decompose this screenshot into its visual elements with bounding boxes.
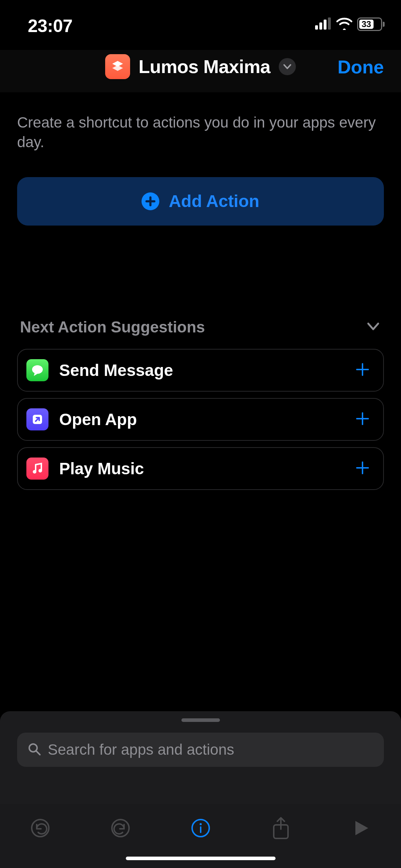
nav-bar: Lumos Maxima Done bbox=[0, 50, 401, 93]
svg-rect-3 bbox=[328, 17, 331, 30]
suggestion-play-music[interactable]: Play Music bbox=[17, 447, 384, 490]
battery-icon: 33 bbox=[357, 17, 385, 31]
status-time: 23:07 bbox=[28, 16, 72, 36]
suggestion-open-app[interactable]: Open App bbox=[17, 398, 384, 441]
status-bar: 23:07 33 bbox=[0, 0, 401, 50]
wifi-icon bbox=[336, 17, 353, 31]
shortcut-app-icon bbox=[105, 54, 130, 79]
search-input[interactable] bbox=[48, 741, 374, 758]
chevron-down-icon[interactable] bbox=[365, 319, 381, 336]
home-indicator[interactable] bbox=[126, 857, 276, 860]
share-button[interactable] bbox=[254, 814, 308, 842]
suggestion-label: Send Message bbox=[59, 361, 344, 380]
messages-app-icon bbox=[26, 359, 48, 381]
status-right: 33 bbox=[315, 17, 385, 31]
suggestions-section: Next Action Suggestions Send Message Ope… bbox=[17, 318, 384, 490]
undo-button[interactable] bbox=[14, 814, 67, 842]
run-button[interactable] bbox=[334, 814, 388, 842]
search-icon bbox=[27, 742, 41, 758]
title-chevron-down-icon[interactable] bbox=[279, 58, 296, 75]
svg-rect-1 bbox=[319, 22, 322, 30]
svg-point-7 bbox=[38, 469, 42, 472]
add-action-label: Add Action bbox=[169, 191, 259, 211]
svg-rect-0 bbox=[315, 25, 318, 30]
suggestions-header[interactable]: Next Action Suggestions bbox=[17, 318, 384, 342]
add-action-button[interactable]: Add Action bbox=[17, 177, 384, 226]
suggestion-label: Open App bbox=[59, 410, 344, 429]
suggestions-title: Next Action Suggestions bbox=[20, 318, 205, 336]
music-app-icon bbox=[26, 458, 48, 480]
open-app-icon bbox=[26, 408, 48, 430]
page-title: Lumos Maxima bbox=[139, 56, 271, 77]
suggestion-send-message[interactable]: Send Message bbox=[17, 349, 384, 392]
intro-text: Create a shortcut to actions you do in y… bbox=[17, 113, 384, 152]
content: Create a shortcut to actions you do in y… bbox=[0, 93, 401, 490]
svg-point-12 bbox=[200, 823, 202, 825]
plus-circle-icon bbox=[142, 192, 159, 210]
redo-button[interactable] bbox=[94, 814, 147, 842]
info-button[interactable] bbox=[174, 814, 227, 842]
svg-rect-2 bbox=[324, 20, 327, 30]
bottom-sheet[interactable] bbox=[0, 711, 401, 868]
cellular-icon bbox=[315, 17, 331, 31]
add-suggestion-icon[interactable] bbox=[355, 460, 370, 477]
search-field[interactable] bbox=[17, 733, 384, 767]
battery-percent: 33 bbox=[361, 19, 371, 29]
done-button[interactable]: Done bbox=[338, 56, 384, 78]
add-suggestion-icon[interactable] bbox=[355, 362, 370, 379]
svg-point-4 bbox=[32, 365, 43, 374]
add-suggestion-icon[interactable] bbox=[355, 411, 370, 428]
suggestion-label: Play Music bbox=[59, 459, 344, 478]
sheet-grabber[interactable] bbox=[181, 718, 220, 722]
